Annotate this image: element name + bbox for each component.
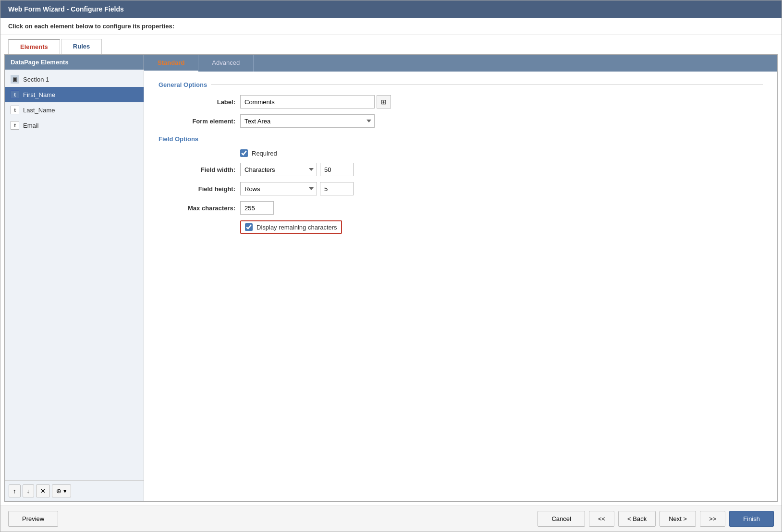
panel-item-email[interactable]: t Email — [5, 118, 144, 133]
field-width-unit-select[interactable]: Characters Pixels Percent — [240, 163, 317, 176]
main-content: DataPage Elements ▣ Section 1 t First_Na… — [4, 54, 778, 502]
required-row: Required — [240, 149, 763, 157]
right-tab-row: Standard Advanced — [144, 55, 777, 72]
required-checkbox[interactable] — [240, 149, 248, 157]
left-panel-items: ▣ Section 1 t First_Name t Last_Name t E… — [5, 70, 144, 480]
field-width-label: Field width: — [159, 166, 235, 173]
field-icon: t — [11, 106, 19, 114]
main-tab-row: Elements Rules — [0, 35, 782, 54]
next-next-button[interactable]: >> — [700, 511, 725, 527]
field-options-section: Field Options Required Field width: — [159, 135, 763, 234]
form-element-select[interactable]: Text Area Text Box Email Dropdown — [240, 114, 375, 128]
translate-button[interactable]: ⊞ — [377, 95, 391, 109]
panel-item-section1[interactable]: ▣ Section 1 — [5, 72, 144, 87]
label-field-label: Label: — [159, 98, 235, 106]
field-height-input[interactable] — [320, 182, 354, 195]
max-characters-input[interactable] — [240, 201, 274, 215]
display-remaining-row: Display remaining characters — [240, 220, 763, 234]
title-bar: Web Form Wizard - Configure Fields — [0, 0, 782, 18]
form-element-label: Form element: — [159, 118, 235, 125]
field-height-unit-select[interactable]: Rows Pixels — [240, 182, 317, 195]
panel-item-first-name[interactable]: t First_Name — [5, 87, 144, 102]
field-width-input[interactable] — [320, 163, 354, 176]
back-button[interactable]: < Back — [618, 511, 656, 527]
field-icon: t — [11, 121, 19, 130]
move-up-button[interactable]: ↑ — [9, 484, 21, 497]
label-row: Label: ⊞ — [159, 95, 763, 109]
field-height-label: Field height: — [159, 185, 235, 193]
right-content: General Options Label: ⊞ Form element: T… — [144, 72, 777, 501]
finish-button[interactable]: Finish — [729, 511, 774, 527]
bottom-bar: Preview Cancel << < Back Next > >> Finis… — [0, 506, 782, 532]
back-back-button[interactable]: << — [589, 511, 614, 527]
left-panel-footer: ↑ ↓ ✕ ⊕ ▾ — [5, 480, 144, 501]
tab-advanced[interactable]: Advanced — [198, 55, 254, 72]
general-options-header: General Options — [159, 81, 763, 88]
display-remaining-checkbox[interactable] — [245, 223, 253, 231]
label-input[interactable] — [240, 95, 375, 109]
field-height-row: Field height: Rows Pixels — [159, 182, 763, 195]
section-icon: ▣ — [11, 75, 19, 84]
next-button[interactable]: Next > — [660, 511, 696, 527]
panel-item-last-name[interactable]: t Last_Name — [5, 102, 144, 118]
required-label: Required — [252, 150, 277, 157]
left-panel-header: DataPage Elements — [5, 55, 144, 70]
left-panel: DataPage Elements ▣ Section 1 t First_Na… — [5, 55, 144, 501]
cancel-button[interactable]: Cancel — [538, 511, 585, 527]
delete-button[interactable]: ✕ — [36, 484, 50, 497]
tab-standard[interactable]: Standard — [144, 55, 198, 72]
field-options-header: Field Options — [159, 135, 763, 143]
right-panel: Standard Advanced General Options Label:… — [144, 55, 777, 501]
field-icon: t — [11, 90, 19, 99]
instruction-bar: Click on each element below to configure… — [0, 18, 782, 35]
window: Web Form Wizard - Configure Fields Click… — [0, 0, 782, 532]
add-button[interactable]: ⊕ ▾ — [52, 484, 71, 497]
form-element-row: Form element: Text Area Text Box Email D… — [159, 114, 763, 128]
max-characters-row: Max characters: — [159, 201, 763, 215]
tab-rules[interactable]: Rules — [61, 39, 102, 54]
move-down-button[interactable]: ↓ — [23, 484, 35, 497]
max-characters-label: Max characters: — [159, 205, 235, 212]
field-width-row: Field width: Characters Pixels Percent — [159, 163, 763, 176]
preview-button[interactable]: Preview — [8, 511, 58, 527]
display-remaining-label: Display remaining characters — [257, 224, 337, 231]
display-remaining-highlight: Display remaining characters — [240, 220, 342, 234]
tab-elements[interactable]: Elements — [8, 39, 60, 54]
